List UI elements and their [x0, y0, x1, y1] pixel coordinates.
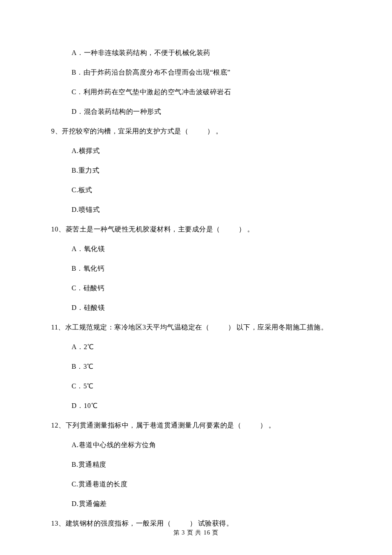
answer-option: D．混合装药结构的一种形式: [51, 107, 341, 117]
question-blank: （ ）: [213, 225, 247, 233]
option-label: B.: [72, 461, 78, 468]
option-label: A.: [72, 147, 79, 154]
question-text-after: 。: [247, 225, 254, 233]
option-text: 喷锚式: [79, 206, 100, 213]
question-text-after: 试验获得。: [198, 520, 233, 527]
answer-option: B．氧化钙: [51, 263, 341, 274]
question-number: 12、: [51, 422, 66, 429]
option-label: A.: [72, 441, 79, 448]
answer-option: B．3℃: [51, 361, 341, 372]
option-label: B.: [72, 167, 78, 174]
option-label: C．: [72, 382, 84, 390]
answer-option: C.贯通巷道的长度: [51, 479, 341, 489]
question-number: 9、: [51, 127, 62, 135]
answer-option: D．硅酸镁: [51, 303, 341, 313]
answer-option: A．2℃: [51, 342, 341, 352]
option-text: 2℃: [84, 343, 94, 350]
option-text: 3℃: [84, 363, 94, 370]
option-text: 重力式: [78, 167, 100, 174]
option-label: C.: [72, 186, 78, 194]
option-label: A．: [72, 49, 84, 56]
question-text-before: 下列贯通测量指标中，属于巷道贯通测量几何要素的是: [66, 422, 234, 429]
option-label: D．: [72, 108, 84, 115]
answer-option: A.巷道中心线的坐标方位角: [51, 440, 341, 450]
option-label: C．: [72, 88, 84, 95]
option-text: 10℃: [84, 402, 98, 409]
option-text: 利用炸药在空气垫中激起的空气冲击波破碎岩石: [84, 88, 231, 95]
option-text: 氧化钙: [84, 265, 105, 272]
answer-option: B．由于炸药沿台阶高度分布不合理而会出现“根底”: [51, 67, 341, 78]
option-label: D.: [72, 206, 79, 213]
answer-option: B.贯通精度: [51, 460, 341, 470]
option-label: A．: [72, 343, 84, 350]
question-stem: 10、菱苦土是一种气硬性无机胶凝材料，主要成分是（ ）。: [51, 224, 341, 234]
answer-option: B.重力式: [51, 165, 341, 176]
answer-option: A.横撑式: [51, 146, 341, 156]
question-number: 11、: [51, 324, 65, 331]
answer-option: C．利用炸药在空气垫中激起的空气冲击波破碎岩石: [51, 87, 341, 97]
option-text: 硅酸镁: [84, 304, 105, 311]
question-stem: 11、水工规范规定：寒冷地区3天平均气温稳定在（ ）以下，应采用冬期施工措施。: [51, 322, 341, 332]
question-blank: （ ）: [182, 127, 216, 135]
question-text-before: 水工规范规定：寒冷地区3天平均气温稳定在: [65, 324, 202, 331]
option-text: 横撑式: [79, 147, 100, 154]
answer-option: A．氧化镁: [51, 244, 341, 254]
option-text: 混合装药结构的一种形式: [84, 108, 161, 115]
option-label: D.: [72, 500, 79, 507]
answer-option: D．10℃: [51, 401, 341, 411]
question-blank: （ ）: [164, 520, 198, 527]
option-text: 氧化镁: [84, 245, 105, 252]
option-label: C．: [72, 284, 84, 292]
question-number: 13、: [51, 520, 66, 527]
answer-option: C.板式: [51, 185, 341, 195]
answer-option: D.贯通偏差: [51, 499, 341, 509]
page-footer: 第 3 页 共 16 页: [0, 528, 392, 537]
question-stem: 12、下列贯通测量指标中，属于巷道贯通测量几何要素的是（ ）。: [51, 420, 341, 431]
option-label: B．: [72, 265, 84, 272]
option-label: D．: [72, 402, 84, 409]
option-text: 巷道中心线的坐标方位角: [79, 441, 156, 448]
question-stem: 9、开挖较窄的沟槽，宜采用的支护方式是（ ）。: [51, 126, 341, 136]
option-text: 贯通巷道的长度: [78, 480, 128, 488]
question-number: 10、: [51, 225, 66, 233]
question-text-after: 。: [216, 127, 223, 135]
option-label: B．: [72, 363, 84, 370]
question-text-before: 开挖较窄的沟槽，宜采用的支护方式是: [62, 127, 182, 135]
option-label: B．: [72, 69, 84, 76]
content-area: A．一种非连续装药结构，不便于机械化装药B．由于炸药沿台阶高度分布不合理而会出现…: [51, 48, 341, 529]
option-text: 硅酸钙: [84, 284, 105, 292]
option-label: D．: [72, 304, 84, 311]
question-blank: （ ）: [234, 422, 268, 429]
question-text-after: 。: [268, 422, 276, 429]
option-text: 板式: [78, 186, 92, 194]
question-text-before: 建筑钢材的强度指标，一般采用: [66, 520, 164, 527]
question-text-after: 以下，应采用冬期施工措施。: [236, 324, 328, 331]
answer-option: A．一种非连续装药结构，不便于机械化装药: [51, 48, 341, 58]
answer-option: D.喷锚式: [51, 205, 341, 215]
answer-option: C．5℃: [51, 381, 341, 391]
page: A．一种非连续装药结构，不便于机械化装药B．由于炸药沿台阶高度分布不合理而会出现…: [0, 0, 392, 555]
answer-option: C．硅酸钙: [51, 283, 341, 293]
option-text: 5℃: [84, 382, 94, 390]
option-text: 贯通精度: [78, 461, 107, 468]
option-text: 贯通偏差: [79, 500, 107, 507]
question-text-before: 菱苦土是一种气硬性无机胶凝材料，主要成分是: [66, 225, 213, 233]
question-stem: 13、建筑钢材的强度指标，一般采用（ ）试验获得。: [51, 518, 341, 529]
option-label: C.: [72, 480, 78, 488]
option-text: 一种非连续装药结构，不便于机械化装药: [84, 49, 210, 56]
option-label: A．: [72, 245, 84, 252]
question-blank: （ ）: [202, 324, 236, 331]
option-text: 由于炸药沿台阶高度分布不合理而会出现“根底”: [84, 69, 231, 76]
